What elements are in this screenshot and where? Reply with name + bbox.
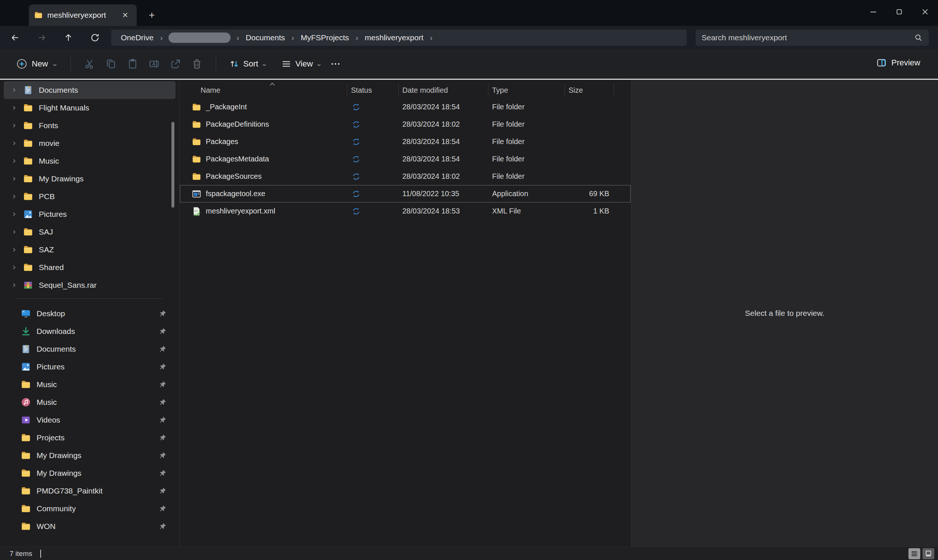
sidebar-item-music[interactable]: Music: [4, 376, 175, 394]
breadcrumb-item[interactable]: OneDrive›: [116, 32, 165, 44]
column-header-date-modified[interactable]: Date modified: [398, 83, 488, 97]
forward-button[interactable]: [33, 29, 50, 46]
minimize-button[interactable]: [860, 0, 886, 24]
large-icons-view-button[interactable]: [923, 548, 934, 559]
breadcrumb-chevron-icon[interactable]: ›: [428, 34, 435, 42]
file-row[interactable]: _PackageInt 28/03/2024 18:54 File folder: [180, 98, 630, 115]
sidebar-item-music[interactable]: Music: [4, 394, 175, 411]
chevron-right-icon[interactable]: [11, 194, 17, 200]
sort-button[interactable]: Sort ⌄: [224, 55, 271, 72]
sidebar-item-saz[interactable]: SAZ: [4, 241, 175, 258]
sidebar-item-documents[interactable]: Documents: [4, 81, 175, 99]
breadcrumb-chevron-icon[interactable]: ›: [158, 34, 165, 42]
address-bar[interactable]: OneDrive››Documents›MyFSProjects›meshliv…: [111, 29, 687, 46]
refresh-button[interactable]: [86, 29, 103, 46]
details-view-button[interactable]: [909, 548, 920, 559]
chevron-right-icon[interactable]: [11, 176, 17, 182]
preview-pane: Select a file to preview.: [631, 80, 938, 547]
breadcrumb-chevron-icon[interactable]: ›: [289, 34, 296, 42]
search-input[interactable]: Search meshliveryexport: [701, 33, 914, 42]
folder-icon: [192, 102, 201, 112]
column-header-type[interactable]: Type: [488, 83, 565, 97]
back-button[interactable]: [7, 29, 24, 46]
file-row[interactable]: PackageSources 28/03/2024 18:02 File fol…: [180, 168, 630, 185]
chevron-right-icon[interactable]: [11, 229, 17, 235]
search-box[interactable]: Search meshliveryexport: [696, 29, 929, 46]
explorer-tab[interactable]: meshliveryexport ✕: [29, 5, 137, 26]
cut-button[interactable]: [79, 54, 100, 74]
sidebar-item-saj[interactable]: SAJ: [4, 223, 175, 241]
folder-icon: [192, 154, 201, 164]
more-options-button[interactable]: [326, 55, 345, 73]
breadcrumb-label[interactable]: OneDrive: [116, 32, 158, 44]
breadcrumb-chevron-icon[interactable]: ›: [354, 34, 361, 42]
sidebar-item-music[interactable]: Music: [4, 152, 175, 170]
documents-icon: [23, 85, 33, 95]
maximize-button[interactable]: [886, 0, 912, 24]
new-tab-button[interactable]: +: [145, 8, 159, 22]
delete-button[interactable]: [186, 54, 208, 74]
file-row[interactable]: Packages 28/03/2024 18:54 File folder: [180, 133, 630, 150]
sidebar-scrollbar[interactable]: [171, 122, 174, 208]
close-button[interactable]: [912, 0, 938, 24]
column-header-status[interactable]: Status: [347, 83, 398, 97]
sidebar-item-community[interactable]: Community: [4, 500, 175, 517]
sidebar-item-fonts[interactable]: Fonts: [4, 117, 175, 134]
breadcrumb-label[interactable]: meshliveryexport: [360, 32, 428, 44]
chevron-right-icon[interactable]: [11, 140, 17, 146]
chevron-right-icon[interactable]: [11, 87, 17, 93]
chevron-right-icon[interactable]: [11, 282, 17, 288]
breadcrumb-redacted-segment[interactable]: [168, 32, 231, 43]
file-row[interactable]: meshliveryexport.xml 28/03/2024 18:53 XM…: [180, 202, 630, 220]
sidebar-item-projects[interactable]: Projects: [4, 429, 175, 446]
file-row[interactable]: fspackagetool.exe 11/08/2022 10:35 Appli…: [180, 185, 630, 202]
copy-button[interactable]: [100, 54, 122, 74]
column-header-size[interactable]: Size: [565, 83, 614, 97]
sidebar-item-movie[interactable]: movie: [4, 134, 175, 152]
file-type: File folder: [488, 103, 565, 111]
sync-status-icon: [347, 172, 398, 181]
sidebar-item-my-drawings[interactable]: My Drawings: [4, 170, 175, 188]
chevron-right-icon[interactable]: [11, 105, 17, 111]
sidebar-item-won[interactable]: WON: [4, 517, 175, 535]
chevron-right-icon[interactable]: [11, 265, 17, 271]
sidebar-item-desktop[interactable]: Desktop: [4, 305, 175, 323]
breadcrumb-item[interactable]: Documents›: [241, 32, 296, 44]
tab-close-icon[interactable]: ✕: [119, 9, 132, 22]
paste-button[interactable]: [122, 54, 143, 74]
file-row[interactable]: PackagesMetadata 28/03/2024 18:54 File f…: [180, 150, 630, 168]
breadcrumb-item[interactable]: meshliveryexport›: [360, 32, 434, 44]
breadcrumb-chevron-icon[interactable]: ›: [234, 34, 241, 42]
chevron-right-icon[interactable]: [11, 158, 17, 164]
chevron-right-icon[interactable]: [11, 123, 17, 129]
window-controls: [860, 0, 938, 24]
view-button[interactable]: View ⌄: [276, 55, 326, 72]
sidebar-item-shared[interactable]: Shared: [4, 258, 175, 276]
sidebar-item-sequel-sans-rar[interactable]: Sequel_Sans.rar: [4, 276, 175, 294]
preview-toggle-button[interactable]: Preview: [872, 54, 925, 71]
sidebar-item-pictures[interactable]: Pictures: [4, 358, 175, 376]
breadcrumb-item[interactable]: ›: [165, 32, 241, 43]
sidebar-item-flight-manuals[interactable]: Flight Manuals: [4, 99, 175, 117]
sidebar-item-downloads[interactable]: Downloads: [4, 323, 175, 340]
sidebar-item-my-drawings[interactable]: My Drawings: [4, 464, 175, 482]
sidebar-item-pictures[interactable]: Pictures: [4, 205, 175, 223]
new-button[interactable]: New ⌄: [11, 55, 62, 72]
sidebar-item-pcb[interactable]: PCB: [4, 188, 175, 205]
chevron-right-icon[interactable]: [11, 247, 17, 253]
up-button[interactable]: [60, 29, 77, 46]
sidebar-item-videos[interactable]: Videos: [4, 411, 175, 429]
file-row[interactable]: PackageDefinitions 28/03/2024 18:02 File…: [180, 115, 630, 133]
share-button[interactable]: [165, 54, 186, 74]
folder-icon: [21, 486, 31, 496]
column-header-name[interactable]: Name: [180, 83, 347, 97]
sidebar-item-pmdg738-paintkit[interactable]: PMDG738_Paintkit: [4, 482, 175, 500]
sidebar-item-my-drawings[interactable]: My Drawings: [4, 446, 175, 464]
breadcrumb-label[interactable]: Documents: [241, 32, 289, 44]
breadcrumb-label[interactable]: MyFSProjects: [296, 32, 354, 44]
winrar-icon: [23, 280, 33, 290]
breadcrumb-item[interactable]: MyFSProjects›: [296, 32, 360, 44]
chevron-right-icon[interactable]: [11, 211, 17, 217]
rename-button[interactable]: [143, 54, 165, 74]
sidebar-item-documents[interactable]: Documents: [4, 340, 175, 358]
